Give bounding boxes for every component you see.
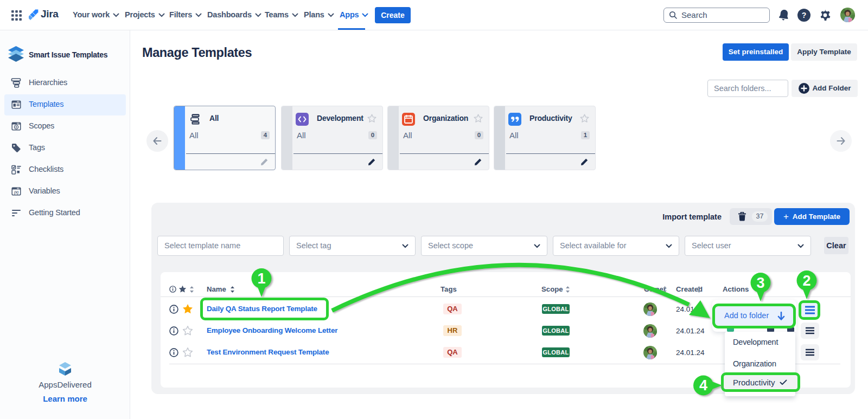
svg-text:?: ? bbox=[802, 11, 807, 20]
svg-text:3: 3 bbox=[756, 275, 764, 291]
svg-text:(x): (x) bbox=[14, 190, 18, 195]
svg-text:2: 2 bbox=[802, 273, 810, 289]
svg-text:4: 4 bbox=[699, 377, 707, 394]
svg-text:1: 1 bbox=[257, 270, 265, 287]
